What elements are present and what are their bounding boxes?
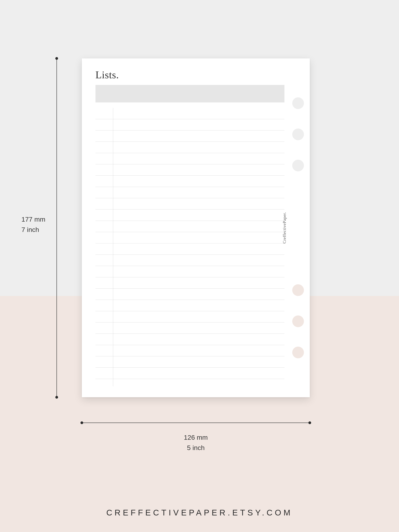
rule-line xyxy=(96,334,284,345)
page-content: Lists. xyxy=(96,69,284,386)
rule-line xyxy=(96,176,284,187)
rule-line xyxy=(96,164,284,176)
binder-hole-icon xyxy=(292,284,304,296)
rule-line xyxy=(96,289,284,300)
title-bar xyxy=(96,85,284,102)
dimension-line-horizontal xyxy=(82,423,310,423)
rule-line xyxy=(96,130,284,142)
rule-line xyxy=(96,266,284,277)
rule-line xyxy=(96,187,284,198)
page-title: Lists. xyxy=(96,69,284,81)
binder-hole-icon xyxy=(292,97,304,109)
rule-line xyxy=(96,300,284,311)
rule-line xyxy=(96,209,284,221)
rule-line xyxy=(96,345,284,356)
footer-brand: CREFFECTIVEPAPER.ETSY.COM xyxy=(0,508,399,517)
binder-hole-icon xyxy=(292,316,304,327)
rule-line xyxy=(96,142,284,153)
rule-line xyxy=(96,311,284,323)
planner-page: Lists. xyxy=(82,58,310,397)
height-inch-label: 7 inch xyxy=(21,225,53,235)
rule-line xyxy=(96,198,284,209)
binder-holes xyxy=(292,58,304,397)
rule-line xyxy=(96,356,284,368)
rule-line xyxy=(96,368,284,379)
rule-line xyxy=(96,119,284,130)
rule-line xyxy=(96,323,284,334)
width-inch-label: 5 inch xyxy=(82,443,310,453)
rule-line xyxy=(96,232,284,243)
rule-line xyxy=(96,153,284,164)
ruled-area xyxy=(96,108,284,386)
side-brand-text: CreffectivePaper. xyxy=(282,212,287,243)
binder-hole-icon xyxy=(292,347,304,358)
dimension-labels-horizontal: 126 mm 5 inch xyxy=(82,432,310,453)
stage: 177 mm 7 inch Lists. xyxy=(0,0,399,532)
rule-line xyxy=(96,108,284,119)
rule-line xyxy=(96,221,284,232)
binder-hole-icon xyxy=(292,128,304,140)
rule-line xyxy=(96,243,284,255)
dimension-labels-vertical: 177 mm 7 inch xyxy=(21,214,53,235)
height-mm-label: 177 mm xyxy=(21,214,53,225)
dimension-line-vertical xyxy=(57,58,57,397)
rule-line xyxy=(96,277,284,289)
width-mm-label: 126 mm xyxy=(82,432,310,443)
rule-line xyxy=(96,255,284,266)
binder-hole-icon xyxy=(292,160,304,171)
